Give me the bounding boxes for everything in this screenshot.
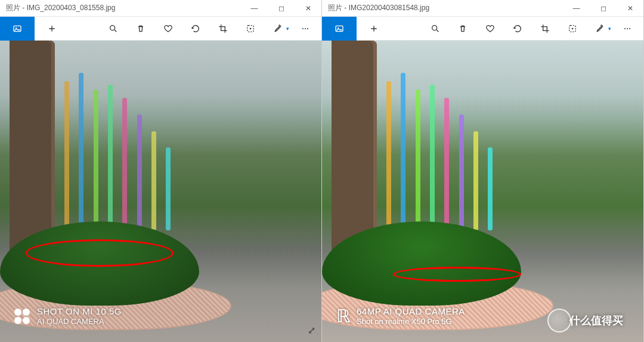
svg-point-6 — [305, 28, 306, 29]
svg-point-10 — [432, 25, 437, 30]
annotation-ellipse — [393, 267, 522, 282]
watermark-line1: 64MP AI QUAD CAMERA — [357, 306, 465, 317]
add-button[interactable] — [357, 17, 391, 41]
favorite-icon — [485, 24, 495, 33]
more-icon — [301, 24, 310, 33]
svg-point-12 — [572, 27, 574, 29]
edit-icon — [273, 24, 283, 33]
watermark-line2: Shot on realme X50 Pro 5G — [357, 317, 465, 326]
favorite-button[interactable] — [154, 17, 182, 41]
zoom-button[interactable] — [422, 17, 449, 41]
rotate-icon — [513, 24, 522, 33]
close-button[interactable]: ✕ — [617, 0, 643, 17]
photos-window-right: 照片 - IMG20200403081548.jpg — ◻ ✕ ▾ — [322, 0, 644, 342]
zoom-icon — [109, 24, 118, 33]
delete-icon — [136, 24, 145, 33]
window-title: 照片 - IMG20200403081548.jpg — [328, 3, 429, 13]
color-poles — [386, 64, 631, 230]
site-badge: 什么值得买 — [561, 310, 632, 331]
fullscreen-button[interactable]: ⤢ — [308, 325, 315, 336]
favorite-button[interactable] — [476, 17, 504, 41]
svg-point-13 — [624, 28, 626, 29]
image-viewport[interactable]: ℝ 64MP AI QUAD CAMERA Shot on realme X50… — [322, 41, 643, 342]
rotate-button[interactable] — [182, 17, 209, 41]
watermark: ℝ 64MP AI QUAD CAMERA Shot on realme X50… — [336, 306, 465, 326]
window-controls: — ◻ ✕ — [241, 0, 321, 17]
more-button[interactable] — [614, 17, 641, 41]
svg-point-15 — [629, 28, 630, 29]
image-icon — [13, 24, 22, 33]
window-controls: — ◻ ✕ — [563, 0, 643, 17]
favorite-icon — [163, 24, 173, 33]
svg-point-7 — [307, 28, 308, 29]
minimize-button[interactable]: — — [563, 0, 590, 17]
svg-point-2 — [110, 25, 115, 30]
watermark-logo-icon: ℝ — [336, 307, 351, 325]
toolbar: ▾ — [322, 17, 643, 41]
watermark-line2: AI QUAD CAMERA — [37, 317, 122, 326]
titlebar[interactable]: 照片 - IMG_20200403_081558.jpg — ◻ ✕ — [0, 0, 321, 17]
crop-button[interactable] — [531, 17, 559, 41]
photo-image: ℝ 64MP AI QUAD CAMERA Shot on realme X50… — [322, 41, 643, 342]
add-button[interactable] — [35, 17, 69, 41]
close-button[interactable]: ✕ — [295, 0, 321, 17]
rotate-icon — [191, 24, 200, 33]
crop-icon — [218, 24, 228, 33]
collection-button[interactable] — [0, 17, 35, 41]
face-icon — [246, 24, 255, 33]
zoom-button[interactable] — [100, 17, 127, 41]
svg-point-5 — [302, 28, 304, 29]
window-title: 照片 - IMG_20200403_081558.jpg — [6, 3, 115, 13]
chevron-down-icon: ▾ — [608, 26, 611, 32]
delete-button[interactable] — [127, 17, 154, 41]
rotate-button[interactable] — [504, 17, 531, 41]
image-icon — [335, 24, 344, 33]
zoom-icon — [431, 24, 440, 33]
svg-point-4 — [250, 27, 252, 29]
plus-icon — [47, 24, 57, 33]
edit-button[interactable]: ▾ — [264, 17, 292, 41]
toolbar: ▾ — [0, 17, 321, 41]
watermark-line1: SHOT ON MI 10 5G — [37, 306, 122, 317]
face-button[interactable] — [559, 17, 586, 41]
more-button[interactable] — [292, 17, 319, 41]
face-button[interactable] — [237, 17, 264, 41]
crop-icon — [540, 24, 550, 33]
maximize-button[interactable]: ◻ — [268, 0, 295, 17]
face-icon — [568, 24, 577, 33]
delete-icon — [458, 24, 467, 33]
maximize-button[interactable]: ◻ — [590, 0, 617, 17]
crop-button[interactable] — [209, 17, 237, 41]
titlebar[interactable]: 照片 - IMG20200403081548.jpg — ◻ ✕ — [322, 0, 643, 17]
watermark: SHOT ON MI 10 5G AI QUAD CAMERA — [14, 306, 122, 326]
collection-button[interactable] — [322, 17, 357, 41]
delete-button[interactable] — [449, 17, 476, 41]
svg-point-14 — [627, 28, 628, 29]
chevron-down-icon: ▾ — [286, 26, 289, 32]
edit-button[interactable]: ▾ — [586, 17, 614, 41]
watermark-logo-icon — [14, 309, 31, 324]
plus-icon — [369, 24, 379, 33]
more-icon — [623, 24, 632, 33]
photos-window-left: 照片 - IMG_20200403_081558.jpg — ◻ ✕ ▾ — [0, 0, 322, 342]
photo-image: SHOT ON MI 10 5G AI QUAD CAMERA — [0, 41, 321, 342]
edit-icon — [595, 24, 605, 33]
image-viewport[interactable]: SHOT ON MI 10 5G AI QUAD CAMERA ⤢ — [0, 41, 321, 342]
annotation-ellipse — [26, 239, 174, 266]
color-poles — [64, 64, 309, 230]
minimize-button[interactable]: — — [241, 0, 268, 17]
